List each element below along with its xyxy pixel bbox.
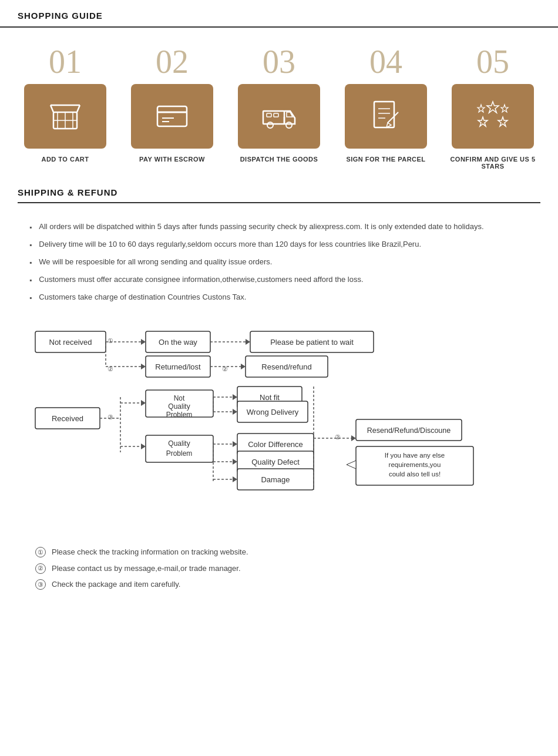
step-1-label: ADD TO CART — [41, 156, 89, 163]
shipping-refund-section: SHIPPING & REFUND All orders will be dis… — [0, 182, 558, 624]
step-2-icon-box — [131, 84, 213, 149]
step-5-label: CONFIRM AND GIVE US 5 STARS — [443, 156, 543, 170]
note-2: ② Please contact us by message,e-mail,or… — [35, 563, 523, 574]
svg-rect-8 — [157, 106, 187, 126]
policy-list: All orders will be dispatched within 5 d… — [18, 215, 540, 315]
svg-text:Resend/refund: Resend/refund — [261, 362, 311, 371]
svg-point-15 — [267, 122, 273, 128]
svg-marker-41 — [141, 364, 146, 369]
shopping-guide-section: 01 ADD TO CART 02 — [0, 28, 558, 182]
svg-marker-65 — [233, 409, 237, 415]
policy-item-3: We will be respoesible for all wrong sen… — [29, 256, 540, 268]
svg-marker-31 — [141, 339, 146, 345]
svg-text:Returned/lost: Returned/lost — [155, 362, 201, 371]
step-5: 05 CONFIRM AND GIVE US 5 STARS — [443, 45, 543, 170]
payment-icon — [152, 96, 193, 137]
step-4-label: SIGN FOR THE PARCEL — [346, 156, 425, 163]
svg-text:Resend/Refund/Discoune: Resend/Refund/Discoune — [367, 426, 451, 435]
svg-text:could also tell us!: could also tell us! — [389, 471, 441, 478]
svg-text:On the way: On the way — [159, 338, 197, 347]
svg-marker-55 — [141, 400, 146, 406]
note-1-circle: ① — [35, 547, 46, 557]
svg-text:Not received: Not received — [49, 338, 92, 347]
svg-text:①: ① — [107, 337, 113, 344]
svg-marker-80 — [233, 459, 237, 465]
step-5-icon-box — [452, 84, 534, 149]
svg-text:Not fit: Not fit — [260, 393, 280, 402]
page-title: SHOPPING GUIDE — [18, 11, 540, 21]
step-1: 01 ADD TO CART — [15, 45, 115, 163]
step-2-label: PAY WITH ESCROW — [139, 156, 205, 163]
svg-marker-94 — [347, 461, 356, 469]
svg-text:Damage: Damage — [261, 475, 290, 484]
step-4: 04 SIGN FOR THE PARCEL — [336, 45, 436, 163]
svg-marker-22 — [487, 102, 499, 113]
svg-rect-12 — [263, 111, 284, 124]
step-3-number: 03 — [263, 45, 295, 78]
svg-marker-25 — [478, 105, 485, 112]
svg-marker-70 — [141, 443, 146, 449]
policy-item-1: All orders will be dispatched within 5 d… — [29, 221, 540, 233]
svg-text:Quality Defect: Quality Defect — [251, 458, 300, 466]
svg-text:requirements,you: requirements,you — [389, 461, 441, 468]
svg-marker-23 — [478, 117, 488, 126]
step-3-icon-box — [238, 84, 320, 149]
svg-marker-35 — [246, 339, 250, 345]
note-2-text: Please contact us by message,e-mail,or t… — [52, 563, 241, 574]
svg-marker-61 — [233, 394, 237, 400]
svg-rect-13 — [267, 113, 271, 117]
svg-line-2 — [77, 105, 80, 112]
step-1-icon-box — [24, 84, 106, 149]
note-3-text: Check the package and item carefully. — [52, 579, 180, 590]
note-2-circle: ② — [35, 563, 46, 574]
step-3-label: DISPATCH THE GOODS — [240, 156, 318, 163]
svg-text:Please be patient to wait: Please be patient to wait — [270, 338, 354, 347]
note-3: ③ Check the package and item carefully. — [35, 579, 523, 590]
svg-text:If you have any else: If you have any else — [385, 452, 445, 459]
step-4-icon-box — [345, 84, 427, 149]
svg-text:Quality: Quality — [168, 439, 190, 448]
svg-marker-26 — [501, 105, 508, 112]
svg-text:Problem: Problem — [166, 411, 193, 419]
step-1-number: 01 — [49, 45, 82, 78]
svg-marker-84 — [233, 476, 237, 482]
truck-icon — [258, 96, 300, 137]
svg-text:Wrong Delivery: Wrong Delivery — [247, 408, 299, 416]
step-2-number: 02 — [156, 45, 189, 78]
svg-marker-24 — [498, 117, 507, 126]
page-header: SHOPPING GUIDE — [0, 0, 558, 28]
note-3-circle: ③ — [35, 579, 46, 590]
step-2: 02 PAY WITH ESCROW — [122, 45, 222, 163]
policy-item-4: Customers must offer accurate consignee … — [29, 274, 540, 285]
shipping-title: SHIPPING & REFUND — [18, 187, 540, 203]
cart-icon — [45, 96, 86, 137]
sign-icon — [365, 96, 406, 137]
flow-diagram: Not received ① On the way Please be pati… — [18, 315, 540, 535]
flow-svg: Not received ① On the way Please be pati… — [23, 321, 552, 520]
svg-point-16 — [286, 122, 292, 128]
svg-rect-14 — [274, 113, 278, 117]
notes-section: ① Please check the tracking information … — [18, 535, 540, 613]
step-3: 03 DISPATCH THE GOODS — [229, 45, 329, 163]
svg-marker-90 — [351, 435, 356, 441]
svg-text:Not: Not — [174, 394, 185, 402]
svg-marker-46 — [241, 364, 246, 369]
svg-text:Color Difference: Color Difference — [248, 440, 303, 449]
svg-rect-17 — [374, 102, 394, 127]
svg-text:③: ③ — [107, 414, 113, 421]
note-1-text: Please check the tracking information on… — [52, 546, 248, 558]
svg-text:Received: Received — [52, 414, 83, 423]
stars-icon — [472, 96, 513, 137]
svg-text:Problem: Problem — [166, 449, 193, 458]
svg-text:Quality: Quality — [168, 402, 190, 411]
step-4-number: 04 — [369, 45, 402, 78]
policy-item-2: Delivery time will be 10 to 60 days regu… — [29, 238, 540, 250]
svg-line-1 — [51, 105, 53, 112]
policy-item-5: Customers take charge of destination Cou… — [29, 291, 540, 303]
svg-text:②: ② — [335, 434, 341, 441]
svg-marker-76 — [233, 441, 237, 447]
note-1: ① Please check the tracking information … — [35, 546, 523, 558]
step-5-number: 05 — [476, 45, 509, 78]
